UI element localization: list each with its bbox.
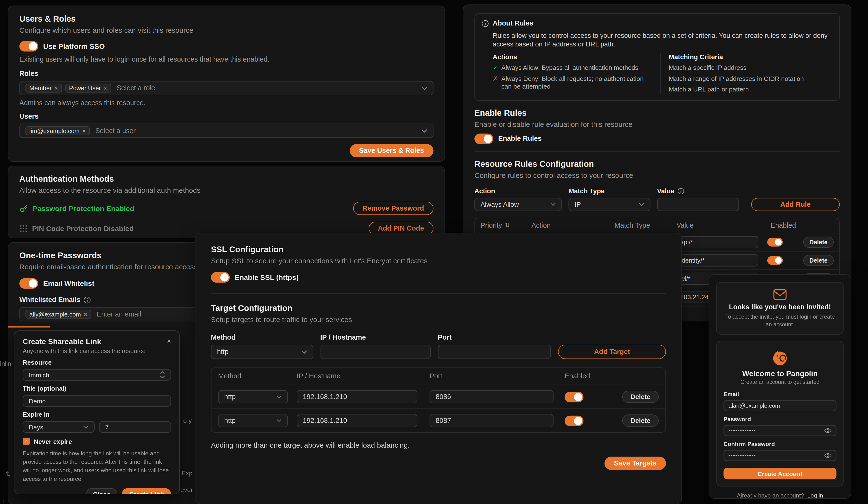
- remove-chip-icon[interactable]: ×: [104, 85, 107, 91]
- row-enabled-toggle[interactable]: [565, 415, 583, 426]
- delete-rule-button[interactable]: Delete: [803, 255, 834, 266]
- title-input[interactable]: Demo: [23, 395, 171, 407]
- rules-config-title: Resource Rules Configuration: [474, 159, 840, 168]
- close-button[interactable]: Close: [86, 488, 117, 494]
- auth-methods-title: Authentication Methods: [20, 174, 434, 183]
- enable-rules-toggle[interactable]: [474, 133, 493, 144]
- expire-in-label: Expire In: [23, 411, 50, 418]
- row-port-input[interactable]: 8087: [430, 414, 554, 427]
- eye-icon[interactable]: [824, 428, 831, 433]
- value-label: Value: [657, 187, 684, 195]
- password-value: ••••••••••••: [728, 428, 756, 433]
- row-port-input[interactable]: 8086: [430, 390, 554, 403]
- ip-hostname-input[interactable]: [320, 345, 431, 359]
- col-action: Action: [531, 221, 614, 229]
- invite-subtitle: To accept the invite, you must login or …: [722, 313, 837, 329]
- actions-column: Actions ✓Always Allow: Bypass all authen…: [493, 53, 653, 93]
- delete-target-button[interactable]: Delete: [622, 391, 659, 403]
- invite-panel: Looks like you've been invited! To accep…: [709, 274, 851, 499]
- users-multiselect[interactable]: jim@example.com × Select a user: [20, 123, 434, 138]
- load-balancing-note: Adding more than one target above will e…: [211, 441, 666, 450]
- row-enabled-toggle[interactable]: [565, 392, 583, 402]
- check-icon: ✓: [24, 439, 28, 444]
- whitelisted-emails-label: Whitelisted Emails: [20, 296, 91, 303]
- password-input[interactable]: ••••••••••••: [723, 425, 837, 436]
- row-ip-input[interactable]: 192.168.1.210: [297, 414, 417, 427]
- background-text-fragment: I: [2, 497, 4, 504]
- background-text-fragment: Exp: [182, 470, 193, 476]
- remove-password-button[interactable]: Remove Password: [353, 202, 433, 215]
- title-value: Demo: [29, 397, 46, 404]
- match-type-select[interactable]: IP: [568, 198, 650, 211]
- row-method-select[interactable]: http: [218, 390, 288, 403]
- key-icon: [20, 204, 28, 213]
- targets-table: Method IP / Hostname Port Enabled http 1…: [211, 367, 666, 433]
- rule-value-text: api/*: [680, 239, 693, 245]
- col-priority-text: Priority: [480, 221, 502, 229]
- rule-value-input[interactable]: identity/*: [674, 254, 758, 266]
- port-input[interactable]: [438, 345, 551, 359]
- action-select[interactable]: Always Allow: [474, 198, 562, 211]
- title-label: Title (optional): [23, 385, 66, 392]
- row-method-select[interactable]: http: [218, 414, 288, 427]
- info-icon: [84, 296, 91, 303]
- rule-enabled-toggle[interactable]: [767, 238, 782, 246]
- expire-unit-value: Days: [29, 424, 43, 430]
- chevron-up-down-icon: [160, 371, 165, 379]
- delete-target-button[interactable]: Delete: [622, 414, 659, 427]
- role-chip: Member ×: [25, 84, 62, 93]
- save-users-roles-button[interactable]: Save Users & Roles: [350, 144, 434, 158]
- whitelisted-emails-text: Whitelisted Emails: [20, 296, 81, 303]
- remove-chip-icon[interactable]: ×: [82, 128, 86, 134]
- canvas: inlin e lin o y ⇅ Exp ever I Users & Rol…: [0, 0, 868, 504]
- background-text-fragment: o y: [183, 417, 192, 424]
- chevron-down-icon: [276, 395, 282, 399]
- enable-ssl-toggle[interactable]: [211, 272, 230, 283]
- confirm-password-input[interactable]: ••••••••••••: [723, 450, 837, 461]
- email-whitelist-toggle[interactable]: [20, 278, 38, 289]
- sso-hint: Existing users will only have to login o…: [20, 56, 434, 63]
- action-label: Action: [474, 187, 495, 195]
- info-icon: [678, 188, 684, 194]
- always-deny-desc: Always Deny: Block all requests; no auth…: [501, 74, 653, 91]
- method-select[interactable]: http: [211, 345, 313, 359]
- resource-select[interactable]: Immich: [23, 369, 171, 381]
- users-label: Users: [20, 112, 39, 120]
- create-link-button[interactable]: Create Link: [122, 488, 171, 494]
- add-target-button[interactable]: Add Target: [558, 345, 666, 359]
- rule-enabled-toggle[interactable]: [767, 256, 782, 265]
- add-rule-button[interactable]: Add Rule: [751, 198, 840, 211]
- modal-title: Create Shareable Link: [23, 337, 101, 346]
- email-input[interactable]: alan@example.com: [723, 400, 837, 411]
- users-roles-title: Users & Roles: [20, 14, 434, 23]
- login-link[interactable]: Log in: [807, 492, 823, 499]
- value-label-text: Value: [657, 187, 674, 195]
- platform-sso-toggle[interactable]: [20, 41, 38, 51]
- rule-value-input[interactable]: api/*: [674, 236, 758, 248]
- never-expire-checkbox[interactable]: ✓: [23, 438, 30, 445]
- roles-multiselect[interactable]: Member × Power User × Select a role: [20, 81, 434, 95]
- remove-chip-icon[interactable]: ×: [54, 85, 58, 91]
- pangolin-logo: [771, 348, 789, 367]
- save-targets-button[interactable]: Save Targets: [604, 456, 666, 470]
- value-input[interactable]: [657, 198, 739, 211]
- expire-unit-select[interactable]: Days: [23, 421, 94, 433]
- create-account-button[interactable]: Create Account: [723, 468, 837, 479]
- chevron-down-icon: [301, 350, 307, 354]
- check-icon: ✓: [493, 64, 498, 72]
- expire-value-input[interactable]: 7: [99, 421, 171, 433]
- delete-rule-button[interactable]: Delete: [803, 236, 834, 248]
- match-type-label: Match Type: [568, 187, 604, 195]
- login-footer: Already have an account? Log in: [716, 492, 844, 499]
- col-priority[interactable]: Priority⇅: [480, 221, 531, 229]
- sort-icon[interactable]: ⇅: [505, 222, 510, 229]
- close-icon[interactable]: ×: [167, 337, 171, 345]
- remove-chip-icon[interactable]: ×: [84, 311, 87, 317]
- email-placeholder: Enter an email: [97, 310, 141, 318]
- role-chip-label: Member: [29, 85, 52, 91]
- row-ip-input[interactable]: 192.168.1.210: [297, 390, 417, 403]
- eye-icon[interactable]: [824, 453, 831, 458]
- email-chip: ally@example.com ×: [25, 310, 91, 319]
- email-value: alan@example.com: [728, 402, 780, 409]
- password-status: Password Protection Enabled: [33, 204, 134, 212]
